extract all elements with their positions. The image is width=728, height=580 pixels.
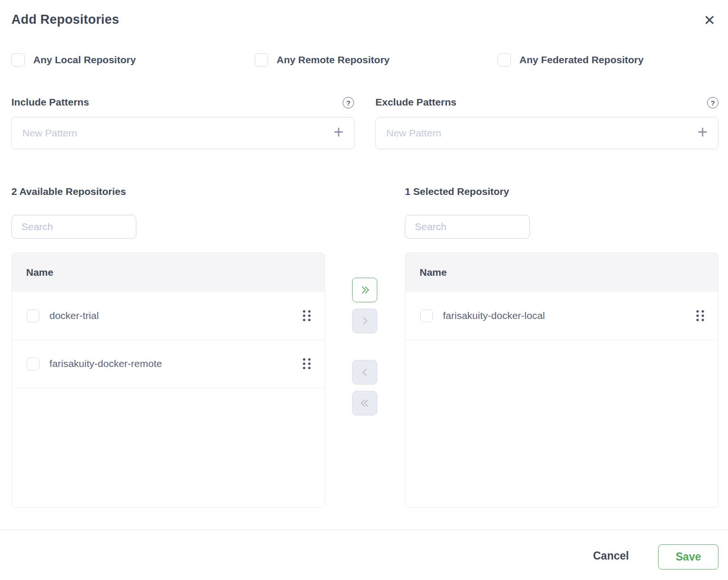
any-remote-repository-checkbox[interactable]	[255, 53, 268, 67]
exclude-patterns-label: Exclude Patterns	[375, 97, 456, 108]
drag-handle-icon[interactable]	[302, 309, 311, 322]
any-local-repository-checkbox[interactable]	[11, 53, 25, 67]
available-search-field	[11, 215, 136, 239]
include-patterns-label: Include Patterns	[11, 97, 89, 108]
add-exclude-pattern-icon[interactable]: +	[697, 124, 709, 143]
any-local-repository-option[interactable]: Any Local Repository	[11, 53, 136, 67]
repository-name: farisakuity-docker-local	[443, 310, 696, 321]
any-remote-repository-label: Any Remote Repository	[277, 54, 390, 66]
include-pattern-input[interactable]	[22, 127, 333, 139]
any-local-repository-label: Any Local Repository	[33, 54, 136, 66]
repository-name: farisakuity-docker-remote	[49, 358, 302, 369]
selected-repository-title: 1 Selected Repository	[405, 186, 509, 197]
available-repositories-table: Name docker-trial farisakuity-docker-rem…	[11, 252, 325, 508]
row-checkbox[interactable]	[420, 309, 433, 322]
table-row[interactable]: farisakuity-docker-remote	[12, 340, 325, 388]
move-all-left-button[interactable]	[352, 391, 377, 416]
selected-search-field	[405, 215, 530, 239]
repository-name: docker-trial	[49, 310, 302, 321]
save-button[interactable]: Save	[658, 544, 718, 570]
row-checkbox[interactable]	[27, 309, 39, 322]
exclude-pattern-input[interactable]	[386, 127, 697, 139]
selected-repositories-table: Name farisakuity-docker-local	[405, 252, 718, 508]
drag-handle-icon[interactable]	[302, 358, 311, 370]
double-chevron-left-icon	[358, 396, 372, 410]
row-checkbox[interactable]	[27, 358, 39, 370]
double-chevron-right-icon	[358, 283, 372, 297]
close-icon[interactable]: ✕	[700, 10, 719, 29]
exclude-pattern-field: +	[375, 117, 718, 149]
move-right-button[interactable]	[352, 309, 377, 333]
selected-search-input[interactable]	[415, 221, 520, 232]
footer-divider	[0, 530, 728, 530]
any-federated-repository-checkbox[interactable]	[498, 53, 511, 67]
table-row[interactable]: farisakuity-docker-local	[405, 292, 718, 340]
drag-handle-icon[interactable]	[696, 309, 705, 322]
any-federated-repository-option[interactable]: Any Federated Repository	[498, 53, 643, 67]
move-all-right-button[interactable]	[352, 278, 377, 302]
add-include-pattern-icon[interactable]: +	[333, 124, 345, 143]
cancel-button[interactable]: Cancel	[593, 550, 629, 562]
table-column-header: Name	[12, 253, 325, 292]
include-pattern-field: +	[11, 117, 354, 149]
available-search-input[interactable]	[21, 221, 126, 232]
dialog-title: Add Repositories	[11, 12, 119, 27]
table-row[interactable]: docker-trial	[12, 292, 325, 340]
available-repositories-title: 2 Available Repositories	[11, 186, 126, 197]
table-column-header: Name	[405, 253, 718, 292]
chevron-right-icon	[358, 314, 372, 328]
help-icon[interactable]: ?	[707, 97, 718, 108]
help-icon[interactable]: ?	[343, 97, 354, 108]
any-remote-repository-option[interactable]: Any Remote Repository	[255, 53, 390, 67]
move-left-button[interactable]	[352, 360, 377, 385]
any-federated-repository-label: Any Federated Repository	[519, 54, 643, 66]
chevron-left-icon	[358, 366, 372, 379]
